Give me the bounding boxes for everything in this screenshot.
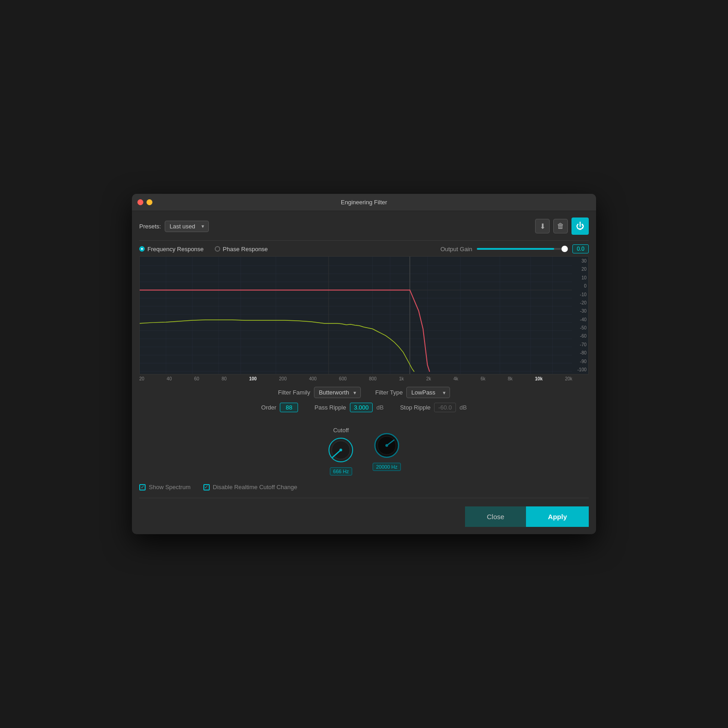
cutoff-knob-svg xyxy=(327,436,354,464)
cutoff2-group: 20000 Hz xyxy=(373,432,400,471)
x-label-1k: 1k xyxy=(399,376,404,381)
main-window: Engineering Filter Presets: Last used De… xyxy=(132,194,596,534)
gain-slider-thumb[interactable] xyxy=(561,246,568,252)
chart-x-axis: 20 40 60 80 100 200 400 600 800 1k 2k 4k… xyxy=(139,374,572,381)
viz-controls: Frequency Response Phase Response Output… xyxy=(139,244,589,253)
filter-family-select[interactable]: Butterworth Chebyshev Elliptic Bessel xyxy=(314,387,361,398)
y-label-n30: -30 xyxy=(574,308,586,313)
trash-icon: 🗑 xyxy=(557,222,564,230)
x-label-400: 400 xyxy=(309,376,317,381)
cutoff-value: 666 Hz xyxy=(330,467,352,475)
filter-family-group: Filter Family Butterworth Chebyshev Elli… xyxy=(278,387,361,398)
params-row: Order 88 Pass Ripple 3.000 dB Stop Rippl… xyxy=(139,403,589,412)
presets-row: Presets: Last used Default Custom ▼ ⬇ 🗑 xyxy=(139,217,589,235)
chart-container[interactable]: 30 20 10 0 -10 -20 -30 -40 -50 -60 -70 -… xyxy=(139,256,589,374)
freq-response-option[interactable]: Frequency Response xyxy=(139,246,204,253)
svg-point-33 xyxy=(385,444,388,447)
cutoff2-knob-svg xyxy=(373,432,400,459)
gain-value[interactable]: 0.0 xyxy=(572,244,589,253)
knobs-row: Cutoff 666 Hz xyxy=(139,420,589,479)
chart-y-axis: 30 20 10 0 -10 -20 -30 -40 -50 -60 -70 -… xyxy=(572,257,588,374)
top-divider xyxy=(139,240,589,241)
titlebar: Engineering Filter xyxy=(132,194,596,211)
disable-realtime-item[interactable]: Disable Realtime Cutoff Change xyxy=(203,484,297,490)
content-area: Presets: Last used Default Custom ▼ ⬇ 🗑 xyxy=(132,211,596,534)
filter-type-select[interactable]: LowPass HighPass BandPass BandStop xyxy=(406,387,450,398)
x-label-6k: 6k xyxy=(480,376,485,381)
output-gain-group: Output Gain 0.0 xyxy=(440,244,589,253)
x-label-20k: 20k xyxy=(565,376,572,381)
x-label-4k: 4k xyxy=(453,376,458,381)
x-label-40: 40 xyxy=(167,376,172,381)
close-button[interactable]: Close xyxy=(465,506,526,527)
y-label-n70: -70 xyxy=(574,342,586,347)
presets-right: ⬇ 🗑 ⏻ xyxy=(535,217,589,235)
phase-response-radio[interactable] xyxy=(215,246,220,252)
x-label-10k: 10k xyxy=(535,376,543,381)
x-label-80: 80 xyxy=(222,376,227,381)
cutoff-label: Cutoff xyxy=(333,427,349,434)
disable-realtime-checkbox[interactable] xyxy=(203,484,210,490)
traffic-lights xyxy=(137,199,152,205)
cutoff-knob[interactable] xyxy=(327,436,354,464)
disable-realtime-label: Disable Realtime Cutoff Change xyxy=(213,484,297,490)
x-label-8k: 8k xyxy=(508,376,513,381)
chart-svg xyxy=(140,257,572,374)
gain-slider-track[interactable] xyxy=(477,248,568,250)
freq-response-label: Frequency Response xyxy=(147,246,204,253)
x-label-600: 600 xyxy=(339,376,347,381)
download-icon: ⬇ xyxy=(540,222,546,231)
preset-select[interactable]: Last used Default Custom xyxy=(165,221,209,232)
trash-button[interactable]: 🗑 xyxy=(553,219,568,233)
bottom-divider xyxy=(139,498,589,498)
y-label-30: 30 xyxy=(574,258,586,263)
order-value[interactable]: 88 xyxy=(280,403,298,412)
x-label-100: 100 xyxy=(249,376,257,381)
y-label-10: 10 xyxy=(574,275,586,280)
filter-type-group: Filter Type LowPass HighPass BandPass Ba… xyxy=(375,387,450,398)
preset-select-wrapper[interactable]: Last used Default Custom ▼ xyxy=(165,221,209,232)
presets-label: Presets: xyxy=(139,223,161,230)
x-label-20: 20 xyxy=(139,376,144,381)
freq-response-radio[interactable] xyxy=(139,246,145,252)
x-label-200: 200 xyxy=(279,376,287,381)
cutoff2-knob[interactable] xyxy=(373,432,400,459)
minimize-traffic-light[interactable] xyxy=(147,199,152,205)
svg-point-30 xyxy=(339,449,342,451)
pass-ripple-unit: dB xyxy=(376,404,384,411)
window-title: Engineering Filter xyxy=(341,199,387,206)
phase-response-option[interactable]: Phase Response xyxy=(215,246,268,253)
y-label-n10: -10 xyxy=(574,292,586,297)
x-label-800: 800 xyxy=(369,376,377,381)
y-label-n60: -60 xyxy=(574,334,586,339)
pass-ripple-label: Pass Ripple xyxy=(314,404,346,411)
show-spectrum-item[interactable]: Show Spectrum xyxy=(139,484,191,490)
show-spectrum-checkbox[interactable] xyxy=(139,484,146,490)
y-label-n50: -50 xyxy=(574,325,586,330)
pass-ripple-value[interactable]: 3.000 xyxy=(350,403,373,412)
y-label-n20: -20 xyxy=(574,300,586,305)
apply-button[interactable]: Apply xyxy=(526,506,589,527)
stop-ripple-group: Stop Ripple -60.0 dB xyxy=(400,403,467,412)
order-group: Order 88 xyxy=(261,403,298,412)
phase-response-label: Phase Response xyxy=(223,246,268,253)
filter-type-select-wrapper[interactable]: LowPass HighPass BandPass BandStop ▼ xyxy=(406,387,450,398)
filter-controls: Filter Family Butterworth Chebyshev Elli… xyxy=(139,381,589,420)
cutoff2-value: 20000 Hz xyxy=(373,463,400,471)
close-traffic-light[interactable] xyxy=(137,199,143,205)
download-button[interactable]: ⬇ xyxy=(535,219,550,233)
stop-ripple-unit: dB xyxy=(460,404,467,411)
stop-ripple-value[interactable]: -60.0 xyxy=(434,403,456,412)
y-label-n80: -80 xyxy=(574,350,586,355)
cutoff-group: Cutoff 666 Hz xyxy=(327,427,354,475)
filter-family-select-wrapper[interactable]: Butterworth Chebyshev Elliptic Bessel ▼ xyxy=(314,387,361,398)
filter-family-label: Filter Family xyxy=(278,389,310,396)
show-spectrum-label: Show Spectrum xyxy=(149,484,191,490)
power-button[interactable]: ⏻ xyxy=(571,217,589,235)
gain-slider-fill xyxy=(477,248,554,250)
order-label: Order xyxy=(261,404,276,411)
chart-area: 30 20 10 0 -10 -20 -30 -40 -50 -60 -70 -… xyxy=(139,256,589,381)
bottom-buttons: Close Apply xyxy=(139,502,589,527)
pass-ripple-group: Pass Ripple 3.000 dB xyxy=(314,403,384,412)
power-icon: ⏻ xyxy=(576,222,584,231)
